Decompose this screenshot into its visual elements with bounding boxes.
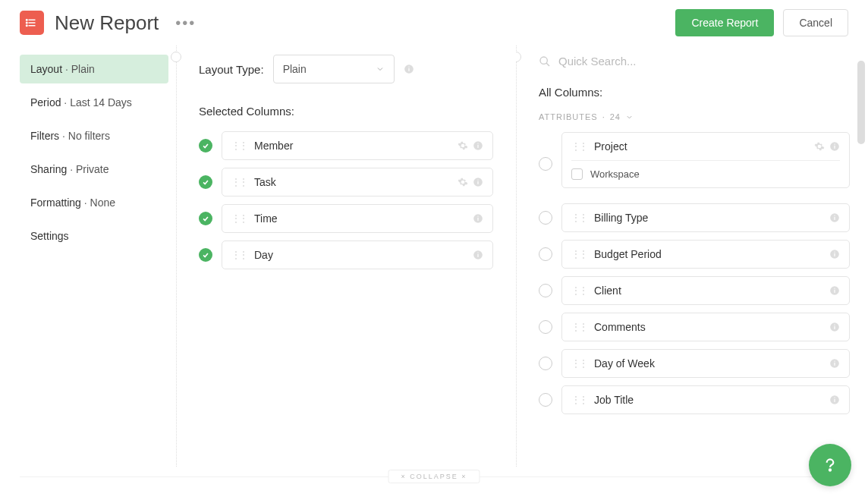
sidebar-item-settings[interactable]: Settings <box>20 222 168 250</box>
svg-point-31 <box>834 251 835 252</box>
info-icon[interactable] <box>829 322 840 332</box>
drag-handle-icon[interactable]: ⋮⋮ <box>231 179 247 185</box>
more-menu-button[interactable]: ••• <box>169 11 202 35</box>
column-selected-icon[interactable] <box>199 248 212 262</box>
column-select-toggle[interactable] <box>539 357 552 370</box>
sidebar-item-sharing[interactable]: Sharing · Private <box>20 155 168 184</box>
sidebar-item-filters[interactable]: Filters · No filters <box>20 121 168 150</box>
column-name: Client <box>594 285 829 297</box>
info-icon[interactable] <box>829 358 840 369</box>
workspace-label: Workspace <box>590 168 640 180</box>
all-columns-heading: All Columns: <box>539 86 850 99</box>
info-icon[interactable] <box>829 395 840 405</box>
sidebar-item-formatting[interactable]: Formatting · None <box>20 188 168 217</box>
cancel-button[interactable]: Cancel <box>783 9 848 36</box>
svg-point-14 <box>477 179 478 180</box>
sidebar-item-layout[interactable]: Layout · Plain <box>20 55 168 83</box>
info-icon[interactable] <box>473 140 483 151</box>
sidebar-item-value: Private <box>76 163 109 175</box>
svg-rect-10 <box>477 145 478 148</box>
available-column-client[interactable]: ⋮⋮ Client <box>561 276 850 305</box>
drag-handle-icon[interactable]: ⋮⋮ <box>571 360 587 366</box>
search-icon <box>539 55 551 68</box>
svg-point-17 <box>477 215 478 216</box>
scrollbar[interactable] <box>857 61 865 144</box>
column-select-toggle[interactable] <box>539 284 552 297</box>
create-report-button[interactable]: Create Report <box>675 9 774 36</box>
selected-column-day[interactable]: ⋮⋮ Day <box>222 241 493 269</box>
gear-icon[interactable] <box>458 177 468 187</box>
info-icon[interactable] <box>829 285 840 296</box>
available-column-comments[interactable]: ⋮⋮ Comments <box>561 313 850 341</box>
sidebar-item-label: Filters <box>30 130 59 142</box>
selected-columns-heading: Selected Columns: <box>199 105 493 118</box>
drag-handle-icon[interactable]: ⋮⋮ <box>231 215 247 222</box>
available-column-project[interactable]: ⋮⋮ Project Workspace <box>561 132 850 188</box>
gear-icon[interactable] <box>814 141 825 152</box>
svg-line-22 <box>546 63 549 66</box>
column-name: Time <box>254 212 473 225</box>
info-icon[interactable] <box>473 177 483 187</box>
attributes-count: 24 <box>610 112 621 121</box>
column-name: Member <box>254 140 458 152</box>
column-select-toggle[interactable] <box>539 393 552 407</box>
column-select-toggle[interactable] <box>539 247 552 261</box>
svg-point-8 <box>408 66 409 67</box>
chevron-down-icon <box>625 113 634 121</box>
column-name: Job Title <box>594 394 829 406</box>
selected-column-time[interactable]: ⋮⋮ Time <box>222 204 493 233</box>
svg-rect-27 <box>834 217 835 220</box>
quick-search-input[interactable] <box>558 55 850 68</box>
column-name: Day of Week <box>594 357 829 369</box>
drag-handle-icon[interactable]: ⋮⋮ <box>571 288 587 294</box>
svg-rect-7 <box>408 68 409 71</box>
sidebar-item-value: No filters <box>68 130 110 142</box>
svg-point-3 <box>27 20 28 21</box>
column-name: Comments <box>594 321 829 333</box>
info-icon[interactable] <box>404 64 414 74</box>
drag-handle-icon[interactable]: ⋮⋮ <box>571 215 587 221</box>
column-select-toggle[interactable] <box>539 157 552 171</box>
workspace-checkbox[interactable] <box>571 168 583 180</box>
info-icon[interactable] <box>829 212 840 223</box>
drag-handle-icon[interactable]: ⋮⋮ <box>571 324 587 330</box>
drag-handle-icon[interactable]: ⋮⋮ <box>571 397 587 403</box>
column-selected-icon[interactable] <box>199 139 212 153</box>
info-icon[interactable] <box>829 249 840 259</box>
svg-point-11 <box>477 143 478 143</box>
layout-type-select[interactable]: Plain <box>273 55 395 83</box>
gear-icon[interactable] <box>458 140 468 151</box>
column-name: Billing Type <box>594 212 829 224</box>
svg-rect-33 <box>834 290 835 293</box>
svg-point-20 <box>477 252 478 253</box>
selected-column-task[interactable]: ⋮⋮ Task <box>222 168 493 197</box>
column-name: Day <box>254 249 473 261</box>
selected-column-member[interactable]: ⋮⋮ Member <box>222 131 493 160</box>
drag-handle-icon[interactable]: ⋮⋮ <box>571 143 587 149</box>
drag-handle-icon[interactable]: ⋮⋮ <box>231 143 247 149</box>
column-selected-icon[interactable] <box>199 175 212 189</box>
available-column-day-of-week[interactable]: ⋮⋮ Day of Week <box>561 349 850 378</box>
available-column-billing-type[interactable]: ⋮⋮ Billing Type <box>561 203 850 232</box>
info-icon[interactable] <box>829 141 840 152</box>
attributes-toggle[interactable]: ATTRIBUTES · 24 <box>539 112 850 121</box>
drag-handle-icon[interactable]: ⋮⋮ <box>571 251 587 257</box>
collapse-button[interactable]: × COLLAPSE × <box>388 470 480 483</box>
info-icon[interactable] <box>473 213 483 224</box>
column-select-toggle[interactable] <box>539 211 552 225</box>
sidebar: Layout · Plain Period · Last 14 Days Fil… <box>0 46 176 467</box>
help-fab[interactable] <box>809 444 851 486</box>
sidebar-item-label: Layout <box>30 63 62 75</box>
available-column-budget-period[interactable]: ⋮⋮ Budget Period <box>561 240 850 269</box>
column-select-toggle[interactable] <box>539 320 552 334</box>
svg-rect-24 <box>834 146 835 149</box>
info-icon[interactable] <box>473 250 483 260</box>
app-logo <box>20 11 44 35</box>
chevron-down-icon <box>376 64 385 74</box>
svg-rect-42 <box>834 399 835 402</box>
svg-point-37 <box>834 324 835 325</box>
sidebar-item-period[interactable]: Period · Last 14 Days <box>20 88 168 117</box>
column-selected-icon[interactable] <box>199 212 212 225</box>
drag-handle-icon[interactable]: ⋮⋮ <box>231 252 247 258</box>
available-column-job-title[interactable]: ⋮⋮ Job Title <box>561 385 850 414</box>
